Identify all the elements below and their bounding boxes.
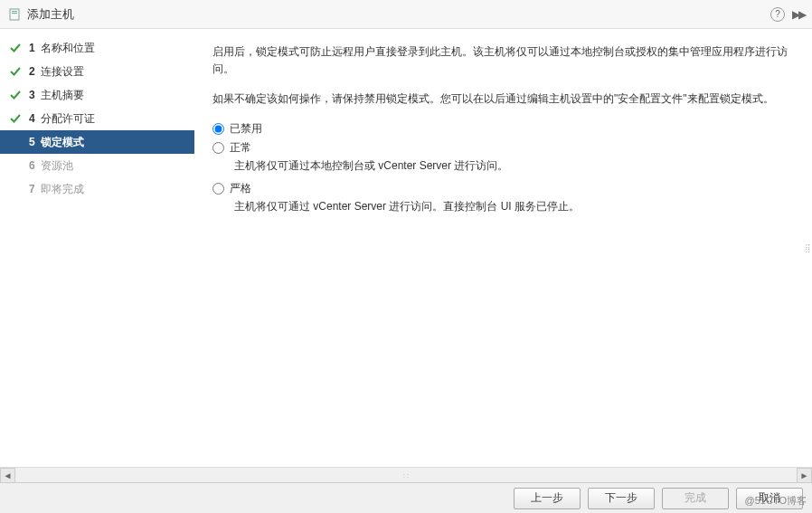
radio-strict[interactable]: 严格 [212,181,794,196]
scroll-left-arrow-icon[interactable]: ◄ [0,468,15,483]
step-label: 连接设置 [41,64,84,80]
step-ready-complete: 7 即将完成 [0,177,194,201]
description-para-2: 如果不确定该如何操作，请保持禁用锁定模式。您可以在以后通过编辑主机设置中的"安全… [212,90,794,108]
resize-handle-icon[interactable]: :::: [805,245,810,251]
dialog-footer: 上一步 下一步 完成 取消 [0,482,812,513]
radio-item-strict: 严格 主机将仅可通过 vCenter Server 进行访问。直接控制台 UI … [212,181,794,214]
finish-button: 完成 [662,488,729,509]
svg-rect-1 [12,11,17,12]
radio-label: 严格 [230,181,251,196]
step-label: 分配许可证 [41,111,95,127]
check-icon [9,65,22,78]
radio-item-normal: 正常 主机将仅可通过本地控制台或 vCenter Server 进行访问。 [212,140,794,174]
scroll-right-arrow-icon[interactable]: ► [797,468,812,483]
lockdown-radio-group: 已禁用 正常 主机将仅可通过本地控制台或 vCenter Server 进行访问… [212,121,794,214]
svg-rect-0 [10,9,19,20]
step-connection[interactable]: 2 连接设置 [0,60,194,83]
radio-disabled[interactable]: 已禁用 [212,121,794,137]
step-label: 主机摘要 [41,88,84,103]
check-icon [9,112,22,125]
svg-rect-2 [12,13,17,14]
radio-input-disabled[interactable] [212,123,224,135]
radio-normal[interactable]: 正常 [212,140,794,156]
dialog-header: 添加主机 ? ▶▶ [0,0,812,29]
horizontal-scrollbar[interactable]: ◄ : : ► [0,467,812,482]
step-number: 5 [29,136,35,148]
help-icon[interactable]: ? [770,7,785,22]
step-number: 6 [29,159,35,172]
step-number: 1 [29,42,35,54]
expand-icon[interactable]: ▶▶ [792,8,805,21]
step-number: 3 [29,89,35,101]
next-button[interactable]: 下一步 [588,488,655,509]
step-number: 4 [29,112,35,125]
step-label: 即将完成 [41,182,84,197]
step-assign-license[interactable]: 4 分配许可证 [0,107,194,130]
cancel-button[interactable]: 取消 [736,488,803,509]
wizard-sidebar: 1 名称和位置 2 连接设置 3 主机摘要 4 分配许可证 5 锁定模式 6 资… [0,29,194,467]
scroll-track[interactable]: : : [15,471,797,480]
step-number: 2 [29,65,35,78]
host-icon [7,7,22,22]
description-para-1: 启用后，锁定模式可防止远程用户直接登录到此主机。该主机将仅可以通过本地控制台或授… [212,43,794,78]
radio-label: 正常 [230,140,251,156]
content-panel: 启用后，锁定模式可防止远程用户直接登录到此主机。该主机将仅可以通过本地控制台或授… [194,29,812,467]
step-lockdown-mode[interactable]: 5 锁定模式 [0,130,194,154]
radio-desc-normal: 主机将仅可通过本地控制台或 vCenter Server 进行访问。 [234,157,794,174]
dialog-body: 1 名称和位置 2 连接设置 3 主机摘要 4 分配许可证 5 锁定模式 6 资… [0,29,812,467]
check-icon [9,89,22,101]
step-host-summary[interactable]: 3 主机摘要 [0,83,194,107]
radio-desc-strict: 主机将仅可通过 vCenter Server 进行访问。直接控制台 UI 服务已… [234,198,794,214]
step-label: 资源池 [41,158,73,174]
step-name-location[interactable]: 1 名称和位置 [0,36,194,60]
radio-input-strict[interactable] [212,183,224,195]
radio-item-disabled: 已禁用 [212,121,794,137]
check-icon [9,42,22,54]
radio-label: 已禁用 [230,121,262,137]
step-label: 锁定模式 [41,135,84,150]
step-label: 名称和位置 [41,41,95,56]
step-resource-pool: 6 资源池 [0,154,194,177]
back-button[interactable]: 上一步 [514,488,581,509]
radio-input-normal[interactable] [212,142,224,154]
dialog-title: 添加主机 [27,6,770,23]
step-number: 7 [29,183,35,195]
